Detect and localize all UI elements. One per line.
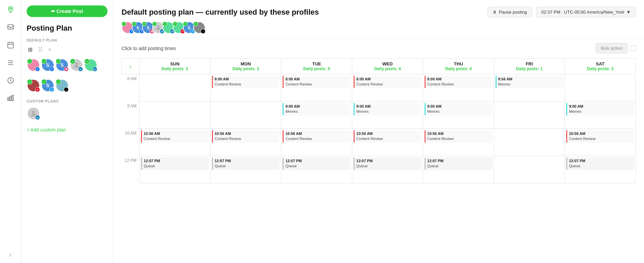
posting-block[interactable]: 10:56 AMContent Review — [425, 130, 492, 143]
posting-block[interactable]: 8:00 AMContent Review — [212, 76, 280, 88]
posting-block[interactable]: 8:00 AMContent Review — [425, 76, 492, 88]
calendar-cell[interactable]: 12:07 PMQueue — [423, 156, 494, 183]
pause-label: Pause posting — [499, 10, 527, 15]
sidebar-profile-1[interactable]: ✓ f — [27, 59, 40, 72]
pause-posting-button[interactable]: ⏸ Pause posting — [487, 7, 532, 17]
sidebar-profile-3[interactable]: S ✓ ▣ — [56, 59, 69, 72]
block-label: Memes — [569, 109, 632, 114]
main-content: Default posting plan — currently used by… — [113, 0, 644, 263]
posting-block[interactable]: 10:56 AMContent Review — [283, 130, 350, 143]
calendar-cell[interactable]: 10:56 AMContent Review — [281, 129, 352, 156]
nav-icon-list[interactable] — [4, 57, 17, 69]
posting-block[interactable]: 9:00 AMMemes — [354, 103, 421, 115]
calendar-cell[interactable]: 12:07 PMQueue — [352, 156, 423, 183]
posting-block[interactable]: 12:07 PMQueue — [283, 157, 350, 170]
calendar-cell[interactable]: 8:00 AMContent Review — [423, 74, 494, 102]
sidebar-profiles-row2: ✓ P S ✓ t ✓ ♪ — [27, 79, 108, 92]
block-time: 10:56 AM — [356, 131, 420, 136]
block-label: Content Review — [569, 136, 632, 141]
calendar-cell[interactable]: 8:00 AMContent Review — [210, 74, 281, 102]
block-time: 8:56 AM — [498, 77, 562, 82]
block-time: 12:07 PM — [569, 158, 632, 164]
calendar-cell[interactable]: 10:56 AMContent Review — [423, 129, 494, 156]
calendar-cell[interactable]: 8:56 AMMemes — [494, 74, 565, 102]
list-view-button[interactable]: ☰ — [37, 46, 44, 53]
nav-icon-schedule[interactable] — [4, 74, 17, 87]
bulk-action-button[interactable]: Bulk action — [596, 43, 628, 53]
block-time: 12:07 PM — [356, 158, 420, 164]
sidebar-profile-2[interactable]: S ✓ f — [41, 59, 54, 72]
sidebar: ✏ Create Post Posting Plan DEFAULT PLAN … — [21, 0, 113, 263]
calendar-cell[interactable] — [140, 74, 211, 102]
posting-block[interactable]: 12:07 PMQueue — [425, 157, 492, 170]
calendar-cell[interactable]: 9:00 AMMemes — [565, 102, 636, 129]
block-label: Content Review — [285, 136, 349, 141]
calendar-cell[interactable] — [494, 156, 565, 183]
check-badge: ✓ — [70, 59, 75, 64]
calendar-cell[interactable]: 10:56 AMContent Review — [352, 129, 423, 156]
calendar-cell[interactable]: 10:56 AMContent Review — [565, 129, 636, 156]
posting-block[interactable]: 12:07 PMQueue — [354, 157, 421, 170]
bulk-select-checkbox[interactable] — [630, 46, 636, 51]
chevron-down-icon: ▼ — [626, 10, 631, 15]
sort-arrow-icon[interactable]: ↓ — [123, 61, 138, 71]
calendar-cell[interactable]: 9:00 AMMemes — [352, 102, 423, 129]
custom-profile-1[interactable]: in — [27, 107, 40, 120]
posting-block[interactable]: 12:07 PMQueue — [212, 157, 280, 170]
posting-block[interactable]: 12:07 PMQueue — [141, 157, 209, 170]
posting-block[interactable]: 9:00 AMMemes — [425, 103, 492, 115]
create-post-button[interactable]: ✏ Create Post — [27, 5, 108, 17]
block-label: Content Review — [144, 136, 207, 141]
calendar-cell[interactable] — [565, 74, 636, 102]
col-sat: SAT Daily posts: 3 — [565, 59, 636, 74]
calendar-cell[interactable]: 9:00 AMMemes — [281, 102, 352, 129]
calendar-cell[interactable]: 8:00 AMContent Review — [281, 74, 352, 102]
posting-block[interactable]: 8:56 AMMemes — [496, 76, 563, 88]
sidebar-profile-5[interactable]: ✓ in — [84, 59, 97, 72]
nav-icon-analytics[interactable] — [4, 92, 17, 104]
posting-block[interactable]: 10:56 AMContent Review — [212, 130, 280, 143]
calendar-cell[interactable] — [494, 102, 565, 129]
calendar-cell[interactable] — [140, 102, 211, 129]
sidebar-profile-8[interactable]: ✓ ♪ — [56, 79, 69, 92]
calendar-cell[interactable]: 10:56 AMContent Review — [140, 129, 211, 156]
calendar-cell[interactable]: 12:07 PMQueue — [210, 156, 281, 183]
posting-block[interactable]: 8:00 AMContent Review — [283, 76, 350, 88]
posting-block[interactable]: 9:00 AMMemes — [283, 103, 350, 115]
calendar-cell[interactable]: 12:07 PMQueue — [140, 156, 211, 183]
svg-rect-2 — [8, 43, 13, 48]
calendar-cell[interactable] — [494, 129, 565, 156]
instagram-badge: ▣ — [64, 67, 69, 72]
timezone-selector[interactable]: 02:37 PM · UTC-05:00 America/New_York ▼ — [536, 7, 636, 17]
calendar-cell[interactable]: 9:00 AMMemes — [423, 102, 494, 129]
calendar-cell[interactable]: 12:07 PMQueue — [281, 156, 352, 183]
posting-block[interactable]: 9:00 AMMemes — [566, 103, 634, 115]
calendar-cell[interactable]: 10:56 AMContent Review — [210, 129, 281, 156]
col-tue: TUE Daily posts: 4 — [281, 59, 352, 74]
check-badge: ✓ — [56, 79, 61, 84]
posting-block[interactable]: 8:00 AMContent Review — [354, 76, 421, 88]
calendar-cell[interactable]: 12:07 PMQueue — [565, 156, 636, 183]
block-time: 10:56 AM — [144, 131, 207, 136]
tiktok-badge: ♪ — [64, 87, 69, 92]
nav-icon-location[interactable] — [4, 3, 17, 16]
custom-plans-label: CUSTOM PLANS — [27, 99, 108, 103]
sidebar-profile-6[interactable]: ✓ P — [27, 79, 40, 92]
nav-icon-calendar[interactable] — [4, 39, 17, 51]
posting-block[interactable]: 10:56 AMContent Review — [354, 130, 421, 143]
nav-icon-messages[interactable] — [4, 21, 17, 33]
posting-block[interactable]: 12:07 PMQueue — [566, 157, 634, 170]
block-label: Queue — [569, 164, 632, 169]
sidebar-profile-7[interactable]: S ✓ t — [41, 79, 54, 92]
calendar-cell[interactable]: 8:00 AMContent Review — [352, 74, 423, 102]
lines-view-button[interactable]: ≡ — [47, 46, 53, 53]
header-avatar-8[interactable]: ✓ ♪ — [193, 21, 205, 34]
posting-block[interactable]: 10:56 AMContent Review — [566, 130, 634, 143]
sidebar-profile-4[interactable]: ✓ in — [70, 59, 83, 72]
block-label: Queue — [285, 164, 349, 169]
add-custom-plan-button[interactable]: + Add custom plan — [27, 127, 108, 133]
grid-view-button[interactable]: ⊞ — [27, 46, 34, 53]
posting-block[interactable]: 10:56 AMContent Review — [141, 130, 209, 143]
calendar-cell[interactable] — [210, 102, 281, 129]
page-title: Default posting plan — currently used by… — [121, 8, 319, 17]
